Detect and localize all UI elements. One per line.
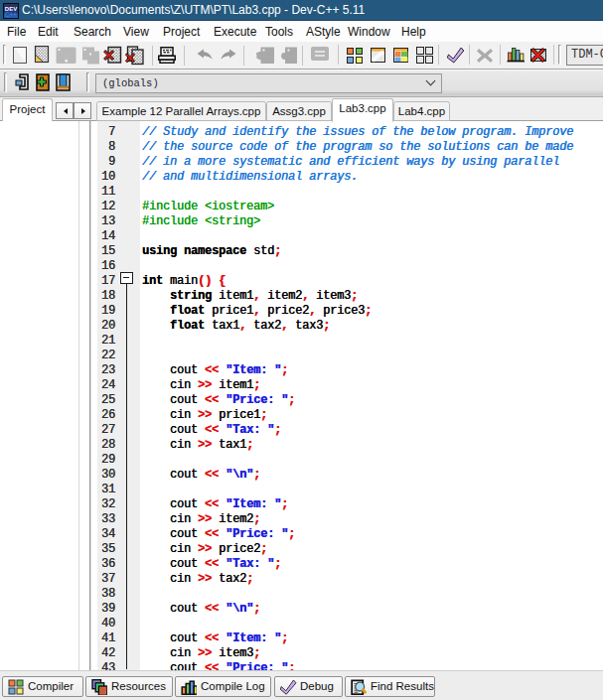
- svg-text:C++: C++: [4, 11, 16, 18]
